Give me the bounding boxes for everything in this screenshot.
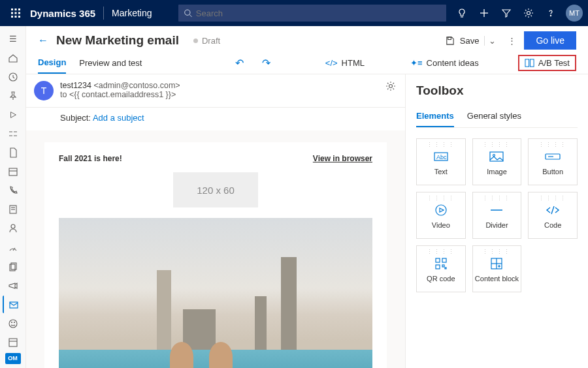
contact-icon[interactable] [3,220,24,238]
hero-image[interactable] [59,218,372,368]
svg-rect-46 [442,258,446,262]
text-icon: Abc [434,148,448,165]
add-subject-link[interactable]: Add a subject [93,113,144,123]
svg-point-30 [14,322,14,322]
svg-rect-49 [445,268,446,269]
sparkle-icon: ✦≡ [410,58,423,68]
element-text[interactable]: ⋮⋮⋮⋮AbcText [416,138,466,185]
status-badge: Draft [193,36,220,46]
svg-line-10 [189,14,191,16]
go-live-button[interactable]: Go live [524,31,576,50]
module-name[interactable]: Marketing [112,8,152,18]
ab-test-button[interactable]: A/B Test [518,55,576,71]
element-video[interactable]: ⋮⋮⋮⋮Video [416,192,466,239]
element-divider[interactable]: ⋮⋮⋮⋮Divider [472,192,522,239]
view-in-browser-link[interactable]: View in browser [313,154,372,163]
template-icon[interactable] [3,334,24,352]
lightbulb-icon[interactable] [451,0,473,26]
svg-rect-1 [15,8,17,10]
global-topbar: Dynamics 365 Marketing MT [0,0,588,26]
logo-placeholder[interactable]: 120 x 60 [173,172,258,207]
html-button[interactable]: </>HTML [325,58,365,68]
svg-rect-31 [9,339,17,346]
redo-button[interactable]: ↷ [259,57,273,69]
page-icon[interactable] [3,144,24,162]
emoji-icon[interactable] [3,314,24,332]
svg-rect-33 [448,37,451,39]
header-settings-icon[interactable] [385,81,396,91]
home-icon[interactable] [3,49,24,67]
form-icon[interactable] [3,201,24,219]
tab-design[interactable]: Design [38,52,66,74]
megaphone-icon[interactable] [3,277,24,294]
play-icon[interactable] [3,106,24,123]
toolbox-tab-elements[interactable]: Elements [416,107,454,127]
svg-point-29 [11,322,12,322]
toolbox-panel: Toolbox Elements General styles ⋮⋮⋮⋮AbcT… [405,74,588,368]
element-code[interactable]: ⋮⋮⋮⋮Code [528,192,578,239]
gear-icon[interactable] [517,0,540,26]
om-badge[interactable]: OM [5,353,21,364]
from-name: test1234 [60,81,91,90]
help-icon[interactable] [540,0,562,26]
journeys-icon[interactable] [3,125,24,142]
sender-avatar: T [34,81,54,100]
more-commands-icon[interactable]: ⋮ [508,36,516,46]
image-icon [489,148,504,165]
undo-button[interactable]: ↶ [233,57,246,69]
element-contentblock[interactable]: ⋮⋮⋮⋮Content block [472,245,522,292]
element-qrcode[interactable]: ⋮⋮⋮⋮QR code [416,245,466,292]
element-button[interactable]: ⋮⋮⋮⋮Button [528,138,578,185]
code-icon: </> [325,58,338,68]
email-icon[interactable] [3,296,24,313]
editor-pane: T test1234 <admin@contoso.com> to <{{ co… [26,74,405,368]
save-button[interactable]: Save ⌄ [445,36,500,46]
recent-icon[interactable] [3,68,24,85]
divider-icon [489,202,504,219]
svg-point-9 [184,10,189,15]
hamburger-icon[interactable]: ☰ [3,30,24,48]
app-launcher-icon[interactable] [5,8,26,18]
svg-point-43 [436,205,446,215]
svg-rect-7 [15,16,17,18]
svg-rect-45 [436,258,440,262]
button-icon [545,148,561,165]
back-button[interactable]: ← [38,35,48,46]
svg-point-14 [527,12,531,15]
save-icon [445,36,455,46]
svg-rect-47 [436,265,440,269]
toolbox-title: Toolbox [416,84,578,98]
user-avatar[interactable]: MT [566,5,583,22]
phone-icon[interactable] [3,182,24,200]
page-title: New Marketing email [56,33,179,48]
content-ideas-button[interactable]: ✦≡Content ideas [410,58,479,68]
subnav-tabs: Design Preview and test ↶ ↷ </>HTML ✦≡Co… [26,52,588,74]
search-input[interactable] [196,8,441,18]
from-address: <admin@contoso.com> [93,81,180,90]
save-split-chevron[interactable]: ⌄ [484,36,500,46]
qrcode-icon [435,255,447,272]
toolbox-tab-styles[interactable]: General styles [467,107,521,127]
product-name: Dynamics 365 [30,8,95,19]
element-image[interactable]: ⋮⋮⋮⋮Image [472,138,522,185]
code-icon [546,202,560,219]
svg-rect-34 [525,59,529,67]
svg-text:Abc: Abc [436,154,447,161]
global-search[interactable] [178,5,446,22]
svg-rect-6 [11,16,13,18]
calendar-icon[interactable] [3,163,24,181]
speed-icon[interactable] [3,239,24,256]
subject-row: Subject: Add a subject [26,108,405,130]
email-header: T test1234 <admin@contoso.com> to <{{ co… [26,74,405,108]
email-canvas[interactable]: Fall 2021 is here! View in browser 120 x… [26,130,405,368]
svg-point-28 [9,320,17,328]
svg-rect-3 [11,12,13,14]
pin-icon[interactable] [3,87,24,104]
files-icon[interactable] [3,258,24,275]
tab-preview[interactable]: Preview and test [79,53,142,73]
divider [103,7,104,20]
svg-rect-48 [442,265,444,267]
filter-icon[interactable] [495,0,517,26]
plus-icon[interactable] [473,0,495,26]
svg-point-23 [11,224,15,228]
